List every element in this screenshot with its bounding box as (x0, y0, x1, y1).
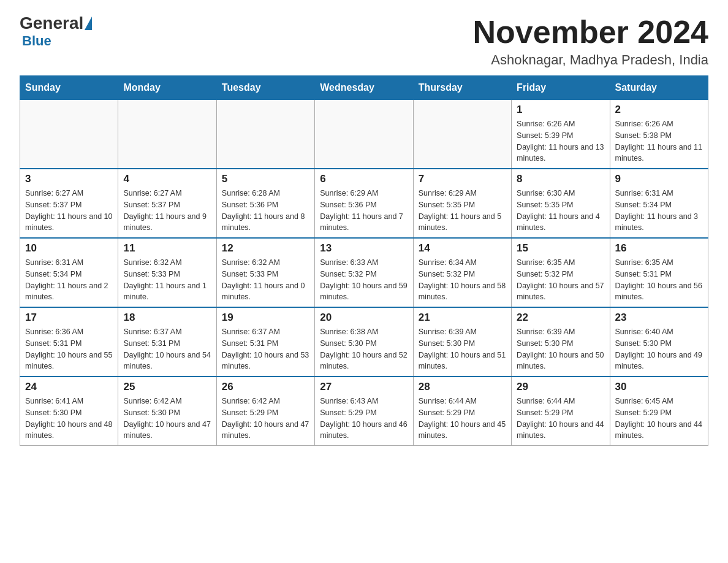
calendar-cell: 16Sunrise: 6:35 AMSunset: 5:31 PMDayligh… (610, 238, 708, 307)
cell-sun-info: Sunrise: 6:27 AMSunset: 5:37 PMDaylight:… (25, 188, 113, 234)
cell-date-number: 8 (517, 173, 604, 185)
day-header-saturday: Saturday (610, 76, 708, 100)
cell-date-number: 4 (123, 173, 211, 185)
cell-sun-info: Sunrise: 6:39 AMSunset: 5:30 PMDaylight:… (517, 326, 604, 372)
cell-sun-info: Sunrise: 6:44 AMSunset: 5:29 PMDaylight:… (517, 396, 604, 442)
cell-sun-info: Sunrise: 6:39 AMSunset: 5:30 PMDaylight:… (419, 326, 506, 372)
cell-sun-info: Sunrise: 6:29 AMSunset: 5:36 PMDaylight:… (320, 188, 408, 234)
calendar-cell: 27Sunrise: 6:43 AMSunset: 5:29 PMDayligh… (315, 377, 413, 446)
calendar-cell (216, 100, 314, 169)
calendar-cell: 6Sunrise: 6:29 AMSunset: 5:36 PMDaylight… (315, 169, 413, 238)
cell-date-number: 15 (517, 242, 604, 255)
cell-date-number: 11 (123, 242, 211, 255)
cell-sun-info: Sunrise: 6:33 AMSunset: 5:32 PMDaylight:… (320, 257, 408, 303)
cell-sun-info: Sunrise: 6:26 AMSunset: 5:39 PMDaylight:… (517, 118, 604, 164)
day-header-tuesday: Tuesday (216, 76, 314, 100)
cell-date-number: 20 (320, 312, 408, 324)
cell-date-number: 19 (222, 312, 309, 324)
cell-sun-info: Sunrise: 6:28 AMSunset: 5:36 PMDaylight:… (222, 188, 309, 234)
calendar-week-5: 24Sunrise: 6:41 AMSunset: 5:30 PMDayligh… (20, 377, 708, 446)
calendar-cell (413, 100, 511, 169)
calendar-week-3: 10Sunrise: 6:31 AMSunset: 5:34 PMDayligh… (20, 238, 708, 307)
calendar-cell: 5Sunrise: 6:28 AMSunset: 5:36 PMDaylight… (216, 169, 314, 238)
calendar-cell: 22Sunrise: 6:39 AMSunset: 5:30 PMDayligh… (512, 307, 610, 377)
calendar-cell (315, 100, 413, 169)
calendar-cell (118, 100, 216, 169)
day-header-sunday: Sunday (20, 76, 118, 100)
calendar-cell: 19Sunrise: 6:37 AMSunset: 5:31 PMDayligh… (216, 307, 314, 377)
cell-date-number: 22 (517, 312, 604, 324)
cell-sun-info: Sunrise: 6:43 AMSunset: 5:29 PMDaylight:… (320, 396, 408, 442)
cell-sun-info: Sunrise: 6:37 AMSunset: 5:31 PMDaylight:… (123, 326, 211, 372)
calendar-cell: 14Sunrise: 6:34 AMSunset: 5:32 PMDayligh… (413, 238, 511, 307)
cell-date-number: 6 (320, 173, 408, 185)
day-header-wednesday: Wednesday (315, 76, 413, 100)
calendar-cell: 21Sunrise: 6:39 AMSunset: 5:30 PMDayligh… (413, 307, 511, 377)
calendar-cell: 8Sunrise: 6:30 AMSunset: 5:35 PMDaylight… (512, 169, 610, 238)
cell-date-number: 7 (419, 173, 506, 185)
page-title: November 2024 (473, 15, 708, 50)
cell-date-number: 30 (615, 381, 703, 393)
day-header-friday: Friday (512, 76, 610, 100)
cell-sun-info: Sunrise: 6:42 AMSunset: 5:30 PMDaylight:… (123, 396, 211, 442)
cell-date-number: 27 (320, 381, 408, 393)
page-header: General Blue November 2024 Ashoknagar, M… (20, 15, 708, 68)
cell-sun-info: Sunrise: 6:40 AMSunset: 5:30 PMDaylight:… (615, 326, 703, 372)
calendar-week-4: 17Sunrise: 6:36 AMSunset: 5:31 PMDayligh… (20, 307, 708, 377)
logo-blue-text: Blue (22, 33, 51, 49)
day-header-monday: Monday (118, 76, 216, 100)
cell-sun-info: Sunrise: 6:31 AMSunset: 5:34 PMDaylight:… (25, 257, 113, 303)
subtitle: Ashoknagar, Madhya Pradesh, India (473, 52, 708, 68)
cell-sun-info: Sunrise: 6:34 AMSunset: 5:32 PMDaylight:… (419, 257, 506, 303)
calendar-cell: 7Sunrise: 6:29 AMSunset: 5:35 PMDaylight… (413, 169, 511, 238)
cell-sun-info: Sunrise: 6:44 AMSunset: 5:29 PMDaylight:… (419, 396, 506, 442)
cell-date-number: 10 (25, 242, 113, 255)
cell-date-number: 24 (25, 381, 113, 393)
cell-date-number: 23 (615, 312, 703, 324)
calendar-cell: 26Sunrise: 6:42 AMSunset: 5:29 PMDayligh… (216, 377, 314, 446)
cell-date-number: 18 (123, 312, 211, 324)
cell-sun-info: Sunrise: 6:35 AMSunset: 5:31 PMDaylight:… (615, 257, 703, 303)
calendar-cell (20, 100, 118, 169)
cell-date-number: 13 (320, 242, 408, 255)
calendar-cell: 12Sunrise: 6:32 AMSunset: 5:33 PMDayligh… (216, 238, 314, 307)
cell-sun-info: Sunrise: 6:42 AMSunset: 5:29 PMDaylight:… (222, 396, 309, 442)
cell-date-number: 12 (222, 242, 309, 255)
logo: General Blue (20, 15, 93, 49)
calendar-cell: 3Sunrise: 6:27 AMSunset: 5:37 PMDaylight… (20, 169, 118, 238)
cell-date-number: 28 (419, 381, 506, 393)
cell-sun-info: Sunrise: 6:35 AMSunset: 5:32 PMDaylight:… (517, 257, 604, 303)
cell-sun-info: Sunrise: 6:37 AMSunset: 5:31 PMDaylight:… (222, 326, 309, 372)
logo-triangle-icon (85, 17, 92, 30)
cell-date-number: 1 (517, 104, 604, 116)
logo-general-text: General (20, 15, 83, 32)
calendar-cell: 25Sunrise: 6:42 AMSunset: 5:30 PMDayligh… (118, 377, 216, 446)
cell-date-number: 9 (615, 173, 703, 185)
cell-sun-info: Sunrise: 6:30 AMSunset: 5:35 PMDaylight:… (517, 188, 604, 234)
cell-date-number: 25 (123, 381, 211, 393)
calendar-cell: 24Sunrise: 6:41 AMSunset: 5:30 PMDayligh… (20, 377, 118, 446)
calendar-cell: 2Sunrise: 6:26 AMSunset: 5:38 PMDaylight… (610, 100, 708, 169)
cell-date-number: 17 (25, 312, 113, 324)
calendar-cell: 4Sunrise: 6:27 AMSunset: 5:37 PMDaylight… (118, 169, 216, 238)
cell-sun-info: Sunrise: 6:29 AMSunset: 5:35 PMDaylight:… (419, 188, 506, 234)
cell-sun-info: Sunrise: 6:38 AMSunset: 5:30 PMDaylight:… (320, 326, 408, 372)
calendar-header-row: SundayMondayTuesdayWednesdayThursdayFrid… (20, 76, 708, 100)
cell-date-number: 16 (615, 242, 703, 255)
cell-date-number: 21 (419, 312, 506, 324)
calendar-cell: 23Sunrise: 6:40 AMSunset: 5:30 PMDayligh… (610, 307, 708, 377)
calendar-cell: 29Sunrise: 6:44 AMSunset: 5:29 PMDayligh… (512, 377, 610, 446)
calendar-cell: 17Sunrise: 6:36 AMSunset: 5:31 PMDayligh… (20, 307, 118, 377)
calendar-cell: 1Sunrise: 6:26 AMSunset: 5:39 PMDaylight… (512, 100, 610, 169)
calendar-cell: 10Sunrise: 6:31 AMSunset: 5:34 PMDayligh… (20, 238, 118, 307)
cell-date-number: 14 (419, 242, 506, 255)
cell-sun-info: Sunrise: 6:32 AMSunset: 5:33 PMDaylight:… (123, 257, 211, 303)
calendar-cell: 11Sunrise: 6:32 AMSunset: 5:33 PMDayligh… (118, 238, 216, 307)
cell-sun-info: Sunrise: 6:26 AMSunset: 5:38 PMDaylight:… (615, 118, 703, 164)
calendar-cell: 9Sunrise: 6:31 AMSunset: 5:34 PMDaylight… (610, 169, 708, 238)
calendar-cell: 28Sunrise: 6:44 AMSunset: 5:29 PMDayligh… (413, 377, 511, 446)
calendar-cell: 18Sunrise: 6:37 AMSunset: 5:31 PMDayligh… (118, 307, 216, 377)
cell-date-number: 26 (222, 381, 309, 393)
cell-sun-info: Sunrise: 6:27 AMSunset: 5:37 PMDaylight:… (123, 188, 211, 234)
cell-sun-info: Sunrise: 6:36 AMSunset: 5:31 PMDaylight:… (25, 326, 113, 372)
